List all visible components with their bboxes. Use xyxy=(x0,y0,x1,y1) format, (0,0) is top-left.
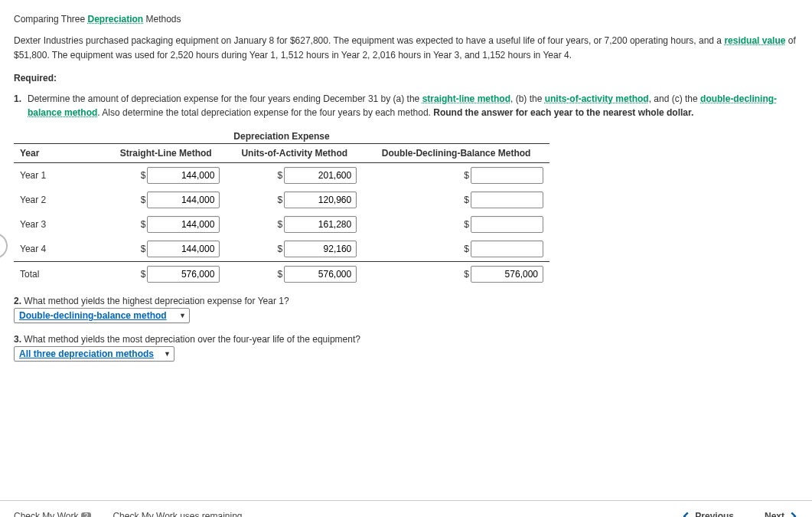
dollar-sign: $ xyxy=(135,170,145,181)
input-y1-ua[interactable] xyxy=(284,167,357,184)
table-row: Year 2 $ $ $ xyxy=(14,188,549,212)
dollar-sign: $ xyxy=(272,170,282,181)
depreciation-table: Year Straight-Line Method Units-of-Activ… xyxy=(14,143,549,288)
input-total-ddb[interactable] xyxy=(471,266,543,283)
q1-text: Determine the amount of depreciation exp… xyxy=(28,92,798,120)
next-button[interactable]: Next xyxy=(765,511,798,517)
check-remaining-label: Check My Work uses remaining. xyxy=(113,511,245,517)
title-text-pre: Comparing Three xyxy=(14,14,88,25)
chevron-down-icon: ▼ xyxy=(164,350,171,358)
input-y3-ua[interactable] xyxy=(284,216,357,233)
footer-bar: Check My Work 2 Check My Work uses remai… xyxy=(0,500,812,517)
dollar-sign: $ xyxy=(458,219,469,230)
q1-number: 1. xyxy=(14,92,28,120)
q2-text: What method yields the highest depreciat… xyxy=(24,296,289,306)
question-2: 2. What method yields the highest deprec… xyxy=(14,296,798,306)
page-title: Comparing Three Depreciation Methods xyxy=(14,14,798,25)
side-tab[interactable] xyxy=(0,233,8,259)
table-row: Year 3 $ $ $ xyxy=(14,212,549,237)
header-year: Year xyxy=(14,143,106,162)
table-row: Year 1 $ $ $ xyxy=(14,162,549,188)
input-total-ua[interactable] xyxy=(284,266,357,283)
input-y4-ua[interactable] xyxy=(284,241,357,257)
chevron-left-icon xyxy=(681,511,692,517)
input-y1-sl[interactable] xyxy=(147,167,220,184)
input-y3-ddb[interactable] xyxy=(471,216,543,233)
question-1: 1. Determine the amount of depreciation … xyxy=(14,92,798,120)
dollar-sign: $ xyxy=(272,219,282,230)
q3-number: 3. xyxy=(14,334,21,345)
glossary-link-units-of-activity[interactable]: units-of-activity method xyxy=(545,93,649,104)
dollar-sign: $ xyxy=(458,195,469,205)
input-y1-ddb[interactable] xyxy=(471,167,543,184)
glossary-link-depreciation[interactable]: Depreciation xyxy=(88,14,144,25)
dollar-sign: $ xyxy=(272,244,282,254)
dollar-sign: $ xyxy=(458,244,469,254)
chevron-right-icon xyxy=(788,511,798,517)
q2-number: 2. xyxy=(14,296,21,306)
row-label: Year 2 xyxy=(14,188,106,212)
question-3: 3. What method yields the most depreciat… xyxy=(14,334,798,345)
dollar-sign: $ xyxy=(272,195,282,205)
q3-selected: All three depreciation methods xyxy=(19,348,154,359)
dollar-sign: $ xyxy=(458,170,469,181)
chevron-down-icon: ▼ xyxy=(179,312,186,319)
row-label-total: Total xyxy=(14,261,106,286)
glossary-link-residual-value[interactable]: residual value xyxy=(724,35,785,46)
dollar-sign: $ xyxy=(458,269,469,280)
q3-text: What method yields the most depreciation… xyxy=(24,334,360,345)
q2-dropdown[interactable]: Double-declining-balance method ▼ xyxy=(14,308,190,323)
dollar-sign: $ xyxy=(135,269,145,280)
input-y3-sl[interactable] xyxy=(147,216,220,233)
input-y2-sl[interactable] xyxy=(147,191,220,208)
header-sl: Straight-Line Method xyxy=(106,143,226,162)
row-label: Year 3 xyxy=(14,212,106,237)
glossary-link-straight-line[interactable]: straight-line method xyxy=(422,93,510,104)
required-label: Required: xyxy=(14,71,798,86)
dollar-sign: $ xyxy=(272,269,282,280)
input-y4-ddb[interactable] xyxy=(471,241,543,257)
row-label: Year 1 xyxy=(14,162,106,188)
intro-pre: Dexter Industries purchased packaging eq… xyxy=(14,35,724,46)
dollar-sign: $ xyxy=(135,195,145,205)
input-y2-ua[interactable] xyxy=(284,191,357,208)
input-y2-ddb[interactable] xyxy=(471,191,543,208)
header-ddb: Double-Declining-Balance Method xyxy=(363,143,549,162)
problem-intro: Dexter Industries purchased packaging eq… xyxy=(14,34,798,62)
input-y4-sl[interactable] xyxy=(147,241,220,257)
previous-button[interactable]: Previous xyxy=(681,511,734,517)
title-text-post: Methods xyxy=(143,14,181,25)
table-title: Depreciation Expense xyxy=(14,131,549,142)
header-ua: Units-of-Activity Method xyxy=(226,143,363,162)
table-row: Year 4 $ $ $ xyxy=(14,237,549,262)
dollar-sign: $ xyxy=(135,244,145,254)
q2-selected: Double-declining-balance method xyxy=(19,310,167,321)
table-row-total: Total $ $ $ xyxy=(14,261,549,286)
row-label: Year 4 xyxy=(14,237,106,262)
q3-dropdown[interactable]: All three depreciation methods ▼ xyxy=(14,346,174,362)
dollar-sign: $ xyxy=(135,219,145,230)
input-total-sl[interactable] xyxy=(147,266,220,283)
check-my-work-button[interactable]: Check My Work 2 xyxy=(14,511,91,517)
